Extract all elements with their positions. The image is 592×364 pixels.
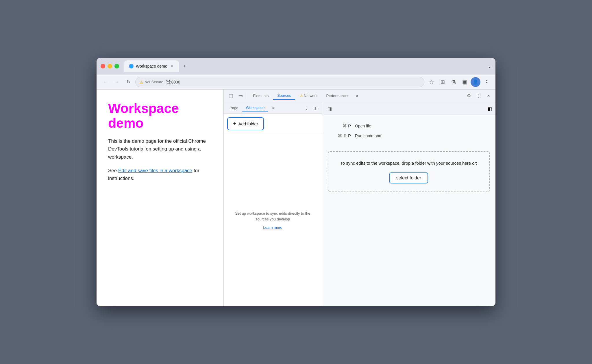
sources-right-panel: ◨ ◧ ⌘ P Open file ⌘ ⇧ P Run command [322,102,495,306]
add-folder-plus-icon: + [233,121,236,127]
add-folder-label: Add folder [238,121,258,126]
sub-tab-workspace[interactable]: Workspace [242,104,268,112]
nav-bar: ← → ↻ ⚠ Not Secure [::]:8000 ☆ ⊞ ⚗ ▣ 👤 ⋮ [97,75,495,90]
sub-tab-more[interactable]: » [269,104,278,112]
nav-right-icons: ☆ ⊞ ⚗ ▣ 👤 ⋮ [427,77,491,87]
more-tabs-button[interactable]: » [352,91,362,101]
devtools-settings-button[interactable]: ⚙ [464,91,473,101]
shortcut-open-file: ⌘ P Open file [331,123,487,129]
add-folder-button[interactable]: + Add folder [227,117,264,130]
toolbar-divider [247,92,247,99]
sub-tab-panel-icon[interactable]: ◫ [311,104,319,112]
devtools-panel: ⬚ ▭ Elements Sources ⚠Network Performanc… [224,90,495,306]
learn-more-link[interactable]: Learn more [263,225,282,230]
add-folder-area: + Add folder [224,114,322,134]
tab-elements[interactable]: Elements [249,92,273,100]
page-desc-text2: See [108,168,118,173]
drop-zone[interactable]: To sync edits to the workspace, drop a f… [328,151,490,192]
sources-panel: Page Workspace » ⋮ ◫ + Add folder [224,102,495,306]
extensions-button[interactable]: ⊞ [438,77,447,87]
sources-left-panel: Page Workspace » ⋮ ◫ + Add folder [224,102,322,306]
url-text: [::]:8000 [166,80,180,84]
forward-button[interactable]: → [112,77,121,87]
main-content: Workspace demo This is the demo page for… [97,90,495,306]
network-warning-icon: ⚠ [300,94,303,98]
open-file-keys: ⌘ P [331,123,351,129]
toolbar-right-actions: ⚙ ⋮ × [464,91,493,101]
page-desc-text1: This is the demo page for the official C… [108,138,206,159]
security-indicator: ⚠ Not Secure [140,80,163,84]
split-view-button[interactable]: ▣ [460,77,469,87]
close-window-button[interactable] [101,64,105,68]
browser-window: 🌐 Workspace demo × + ⌄ ← → ↻ ⚠ Not Secur… [97,58,495,306]
tab-network[interactable]: ⚠Network [296,92,322,100]
devtools-toolbar: ⬚ ▭ Elements Sources ⚠Network Performanc… [224,90,495,102]
webpage-area: Workspace demo This is the demo page for… [97,90,224,306]
profile-button[interactable]: 👤 [471,77,480,87]
warning-icon: ⚠ [140,80,143,84]
workspace-info-area: Set up workspace to sync edits directly … [224,134,322,306]
new-tab-button[interactable]: + [180,62,189,71]
page-title: Workspace demo [108,101,212,130]
more-button[interactable]: ⋮ [482,77,491,87]
right-panel-top: ◨ ◧ [322,102,495,115]
labs-button[interactable]: ⚗ [449,77,458,87]
collapse-icon[interactable]: ◧ [488,106,492,112]
tab-list-button[interactable]: ⌄ [488,64,491,69]
bookmark-button[interactable]: ☆ [427,77,436,87]
inspect-element-button[interactable]: ⬚ [226,91,235,101]
workspace-link[interactable]: Edit and save files in a workspace [118,168,192,173]
address-bar[interactable]: ⚠ Not Secure [::]:8000 [135,77,424,87]
tab-performance[interactable]: Performance [322,92,352,100]
minimize-window-button[interactable] [108,64,112,68]
open-file-label: Open file [355,124,371,128]
shortcut-run-command: ⌘ ⇧ P Run command [331,133,487,138]
refresh-button[interactable]: ↻ [124,77,133,87]
tab-sources[interactable]: Sources [273,92,295,100]
traffic-lights [101,64,119,68]
drop-zone-text: To sync edits to the workspace, drop a f… [340,160,477,167]
run-command-keys: ⌘ ⇧ P [331,133,351,138]
keyboard-shortcuts: ⌘ P Open file ⌘ ⇧ P Run command [322,115,495,146]
tab-favicon-icon: 🌐 [129,64,134,68]
panel-toggle-icon[interactable]: ◨ [325,105,334,113]
back-button[interactable]: ← [101,77,110,87]
sources-sub-tabs: Page Workspace » ⋮ ◫ [224,102,322,114]
sub-tab-page[interactable]: Page [226,104,242,112]
run-command-label: Run command [355,133,381,138]
tab-title: Workspace demo [136,64,167,68]
title-bar: 🌐 Workspace demo × + ⌄ [97,58,495,75]
device-toggle-button[interactable]: ▭ [236,91,245,101]
page-description: This is the demo page for the official C… [108,137,212,161]
not-secure-label: Not Secure [145,80,163,84]
sub-tab-more-icon[interactable]: ⋮ [303,104,311,112]
tab-close-button[interactable]: × [170,64,174,68]
devtools-close-button[interactable]: × [484,91,493,101]
active-tab[interactable]: 🌐 Workspace demo × [124,60,179,72]
workspace-info-text: Set up workspace to sync edits directly … [230,211,316,222]
devtools-more-button[interactable]: ⋮ [474,91,483,101]
select-folder-button[interactable]: select folder [389,172,428,183]
tab-bar: 🌐 Workspace demo × + ⌄ [124,60,491,72]
maximize-window-button[interactable] [114,64,119,68]
page-desc-link-row: See Edit and save files in a workspace f… [108,167,212,182]
